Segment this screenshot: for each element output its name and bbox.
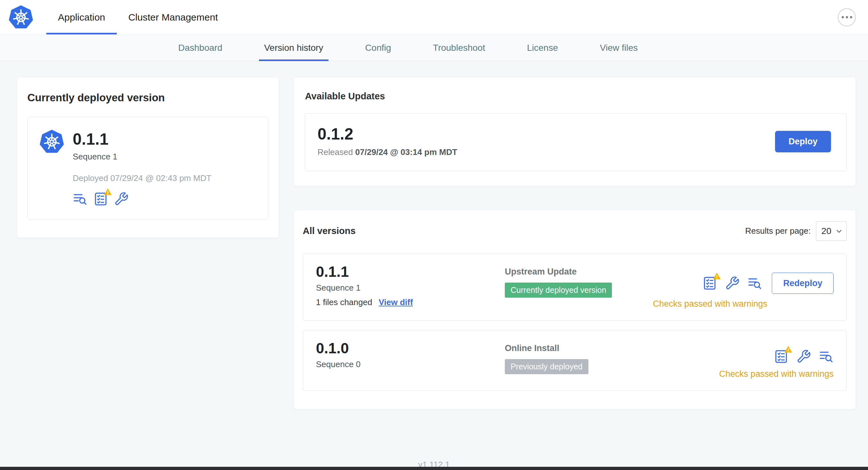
config-wrench-icon[interactable]: [796, 349, 811, 364]
current-version-details: 0.1.1 Sequence 1 Deployed 07/29/24 @ 02:…: [73, 129, 211, 206]
kubernetes-logo-icon: [8, 5, 33, 30]
all-versions-title: All versions: [303, 226, 355, 236]
app-subnav: Dashboard Version history Config Trouble…: [0, 35, 868, 61]
chevron-down-icon: [836, 228, 843, 235]
subnav-tab-label: Version history: [264, 43, 323, 53]
version-number: 0.1.0: [316, 341, 505, 356]
source-label: Online Install: [505, 343, 588, 353]
ellipsis-icon: [842, 16, 844, 18]
header-tab-application[interactable]: Application: [46, 0, 117, 34]
kubernetes-logo: [0, 0, 46, 34]
view-diff-link[interactable]: View diff: [379, 297, 413, 307]
current-version-action-icons: [73, 192, 211, 206]
deployed-status-badge: Previously deployed: [505, 359, 588, 374]
header-tabs: Application Cluster Management: [46, 0, 229, 34]
subnav-tab-view-files[interactable]: View files: [600, 35, 638, 61]
deploy-button[interactable]: Deploy: [775, 131, 831, 153]
logs-icon[interactable]: [819, 349, 834, 364]
subnav-tab-troubleshoot[interactable]: Troubleshoot: [433, 35, 485, 61]
version-source: Online Install Previously deployed: [505, 341, 588, 374]
subnav-tab-label: License: [527, 43, 558, 53]
version-row-0-1-1: 0.1.1 Sequence 1 1 files changed View di…: [303, 254, 847, 321]
subnav-tab-version-history[interactable]: Version history: [264, 35, 323, 61]
preflight-checks-icon[interactable]: [774, 349, 788, 364]
header-tab-cluster-management[interactable]: Cluster Management: [117, 0, 229, 34]
version-sequence: Sequence 1: [316, 283, 505, 293]
files-changed-text: 1 files changed: [316, 297, 372, 307]
version-details: 0.1.1 Sequence 1 1 files changed View di…: [316, 264, 505, 307]
version-sequence: Sequence 0: [316, 360, 505, 369]
update-version-number: 0.1.2: [317, 126, 457, 142]
results-per-page-value: 20: [822, 226, 831, 236]
redeploy-button[interactable]: Redeploy: [772, 273, 834, 294]
right-column: Available Updates 0.1.2 Released 07/29/2…: [294, 77, 856, 409]
ellipsis-icon: [850, 16, 852, 18]
header-tab-label: Application: [58, 12, 105, 23]
subnav-tab-config[interactable]: Config: [365, 35, 391, 61]
preflight-checks-icon[interactable]: [702, 276, 717, 291]
version-row-0-1-0: 0.1.0 Sequence 0 Online Install Previous…: [303, 330, 847, 391]
app-header: Application Cluster Management: [0, 0, 868, 35]
available-update-row: 0.1.2 Released 07/29/24 @ 03:14 pm MDT D…: [305, 113, 847, 171]
logs-icon[interactable]: [747, 276, 762, 291]
currently-deployed-card: Currently deployed version: [17, 77, 279, 238]
results-per-page-select[interactable]: 20: [816, 221, 847, 241]
released-date-value: 07/29/24 @ 03:14 pm MDT: [355, 147, 457, 157]
app-footer: v1.112.1: [0, 409, 868, 470]
window-bottom-edge: [0, 467, 868, 470]
ellipsis-icon: [846, 16, 848, 18]
logs-icon[interactable]: [73, 192, 88, 206]
all-versions-header: All versions Results per page: 20: [303, 221, 847, 241]
currently-deployed-title: Currently deployed version: [27, 92, 268, 104]
subnav-tab-label: Config: [365, 43, 391, 53]
available-updates-card: Available Updates 0.1.2 Released 07/29/2…: [294, 77, 856, 186]
subnav-tab-label: Dashboard: [178, 43, 222, 53]
preflight-checks-icon[interactable]: [93, 192, 108, 206]
all-versions-card: All versions Results per page: 20 0.1.1 …: [294, 210, 856, 409]
checks-status-text: Checks passed with warnings: [719, 369, 834, 379]
subnav-tab-license[interactable]: License: [527, 35, 558, 61]
released-label: Released: [317, 147, 353, 157]
kubernetes-app-icon: [39, 129, 64, 206]
available-updates-title: Available Updates: [305, 91, 847, 102]
config-wrench-icon[interactable]: [725, 276, 740, 291]
source-label: Upstream Update: [505, 267, 612, 277]
version-source: Upstream Update Currently deployed versi…: [505, 264, 612, 298]
version-number: 0.1.1: [316, 264, 505, 279]
version-action-icons: [702, 276, 762, 291]
update-released-date: Released 07/29/24 @ 03:14 pm MDT: [317, 147, 457, 157]
subnav-tab-label: Troubleshoot: [433, 43, 485, 53]
subnav-tab-label: View files: [600, 43, 638, 53]
more-menu-button[interactable]: [838, 8, 856, 26]
config-wrench-icon[interactable]: [114, 192, 129, 206]
subnav-tab-dashboard[interactable]: Dashboard: [178, 35, 222, 61]
currently-deployed-version-box: 0.1.1 Sequence 1 Deployed 07/29/24 @ 02:…: [27, 117, 268, 220]
current-version-deployed-date: Deployed 07/29/24 @ 02:43 pm MDT: [73, 173, 211, 183]
main-content: Currently deployed version: [0, 61, 868, 409]
header-tab-label: Cluster Management: [128, 12, 218, 23]
version-actions: Checks passed with warnings: [719, 341, 834, 379]
current-version-sequence: Sequence 1: [73, 152, 211, 162]
results-per-page-label: Results per page:: [745, 226, 811, 236]
update-details: 0.1.2 Released 07/29/24 @ 03:14 pm MDT: [317, 126, 457, 157]
warning-triangle-icon: [713, 272, 721, 280]
version-action-icons: [774, 349, 834, 364]
version-actions: Redeploy Checks passed with warnings: [653, 264, 834, 309]
warning-triangle-icon: [103, 188, 112, 196]
checks-status-text: Checks passed with warnings: [653, 299, 767, 309]
deployed-status-badge: Currently deployed version: [505, 282, 612, 298]
warning-triangle-icon: [784, 345, 793, 354]
version-details: 0.1.0 Sequence 0: [316, 341, 505, 369]
current-version-number: 0.1.1: [73, 129, 211, 147]
